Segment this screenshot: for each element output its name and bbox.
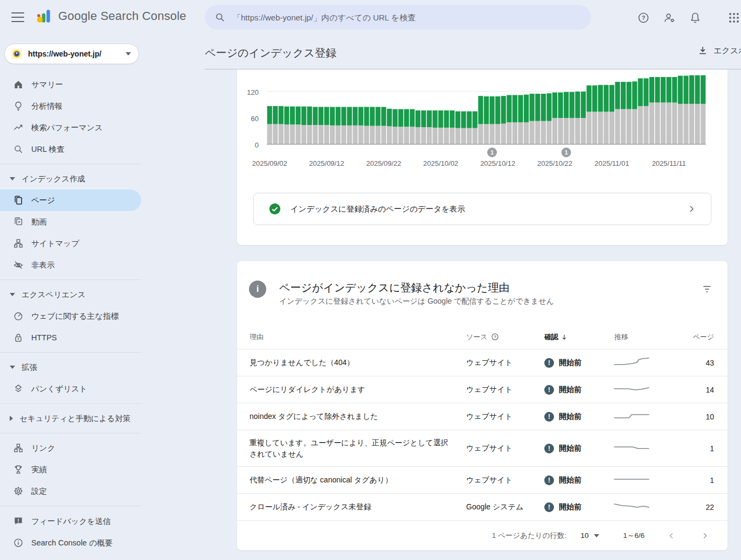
bar-not-indexed[interactable] xyxy=(495,124,500,144)
bar-indexed[interactable] xyxy=(279,106,283,124)
bar-indexed[interactable] xyxy=(393,109,398,127)
column-header-status[interactable]: 確認 xyxy=(544,332,614,342)
bar-indexed[interactable] xyxy=(661,77,666,102)
bar-indexed[interactable] xyxy=(632,81,637,109)
bar-indexed[interactable] xyxy=(484,96,489,124)
bar-indexed[interactable] xyxy=(290,107,295,124)
reason-row[interactable]: 見つかりませんでした（404）ウェブサイト!開始前43 xyxy=(237,349,728,376)
bar-not-indexed[interactable] xyxy=(524,122,529,144)
bar-indexed[interactable] xyxy=(478,96,483,124)
bar-indexed[interactable] xyxy=(284,107,289,124)
bar-indexed[interactable] xyxy=(575,92,580,118)
notifications-bell-icon[interactable] xyxy=(689,11,702,24)
sidebar-item-breadcrumbs[interactable]: パンくずリスト xyxy=(0,378,141,400)
bar-indexed[interactable] xyxy=(564,92,569,118)
bar-not-indexed[interactable] xyxy=(484,124,489,144)
sidebar-item-info[interactable]: Search Console の概要 xyxy=(0,532,141,554)
bar-not-indexed[interactable] xyxy=(683,104,688,144)
bar-indexed[interactable] xyxy=(643,79,648,106)
sidebar-item-gear[interactable]: 設定 xyxy=(0,480,141,502)
property-selector[interactable]: https://web-yonet.jp/ xyxy=(4,44,139,64)
bar-indexed[interactable] xyxy=(347,107,352,125)
bar-indexed[interactable] xyxy=(273,106,278,124)
bar-indexed[interactable] xyxy=(501,96,506,123)
page-indexing-stacked-bar-chart[interactable]: 2025/09/022025/09/122025/09/222025/10/02… xyxy=(267,69,706,172)
bar-not-indexed[interactable] xyxy=(341,125,346,144)
bar-not-indexed[interactable] xyxy=(330,125,335,144)
bar-not-indexed[interactable] xyxy=(701,104,705,144)
bar-indexed[interactable] xyxy=(701,75,705,104)
bar-not-indexed[interactable] xyxy=(307,125,312,144)
bar-indexed[interactable] xyxy=(330,107,335,125)
bar-indexed[interactable] xyxy=(336,107,341,125)
bar-not-indexed[interactable] xyxy=(324,125,329,144)
bar-indexed[interactable] xyxy=(307,107,312,125)
bar-indexed[interactable] xyxy=(558,93,563,118)
bar-not-indexed[interactable] xyxy=(552,118,557,144)
bar-not-indexed[interactable] xyxy=(301,125,306,144)
bar-indexed[interactable] xyxy=(296,107,301,124)
bar-indexed[interactable] xyxy=(513,95,517,123)
sidebar-item-trophy[interactable]: 実績 xyxy=(0,459,141,480)
bar-not-indexed[interactable] xyxy=(581,118,586,144)
bar-not-indexed[interactable] xyxy=(381,126,386,144)
bar-indexed[interactable] xyxy=(301,107,306,125)
bar-indexed[interactable] xyxy=(546,93,551,121)
bar-indexed[interactable] xyxy=(627,82,632,109)
bar-indexed[interactable] xyxy=(689,75,694,104)
next-page-button[interactable] xyxy=(698,529,711,542)
sidebar-section--[interactable]: インデックス作成 xyxy=(0,168,141,190)
bar-not-indexed[interactable] xyxy=(672,102,677,144)
filter-icon[interactable] xyxy=(702,284,712,295)
bar-indexed[interactable] xyxy=(467,111,472,128)
bar-indexed[interactable] xyxy=(433,110,438,128)
bar-indexed[interactable] xyxy=(530,94,535,121)
bar-not-indexed[interactable] xyxy=(279,124,283,144)
bar-indexed[interactable] xyxy=(410,109,414,127)
sidebar-item-lightbulb[interactable]: 分析情報 xyxy=(0,95,141,117)
sidebar-item-video[interactable]: 動画 xyxy=(0,211,141,233)
sidebar-item-vitals[interactable]: ウェブに関する主な指標 xyxy=(0,305,141,327)
bar-indexed[interactable] xyxy=(449,110,454,128)
sidebar-item-inspect[interactable]: URL 検査 xyxy=(0,138,141,160)
bar-indexed[interactable] xyxy=(376,107,380,126)
bar-not-indexed[interactable] xyxy=(473,128,477,144)
column-header-source[interactable]: ソース ? xyxy=(466,332,544,342)
bar-indexed[interactable] xyxy=(610,85,614,112)
bar-not-indexed[interactable] xyxy=(575,118,580,144)
bar-not-indexed[interactable] xyxy=(513,122,517,144)
bar-indexed[interactable] xyxy=(267,106,272,124)
bar-indexed[interactable] xyxy=(438,110,443,128)
sidebar-item-feedback[interactable]: フィードバックを送信 xyxy=(0,510,141,532)
sidebar-section--[interactable]: セキュリティと手動による対策 xyxy=(0,408,141,429)
bar-not-indexed[interactable] xyxy=(621,109,626,144)
bar-not-indexed[interactable] xyxy=(627,109,632,144)
reason-row[interactable]: ページにリダイレクトがありますウェブサイト!開始前14 xyxy=(237,376,728,403)
reason-row[interactable]: 代替ページ（適切な canonical タグあり）ウェブサイト!開始前1 xyxy=(237,467,728,494)
bar-not-indexed[interactable] xyxy=(649,102,654,144)
column-header-reason[interactable]: 理由 xyxy=(250,332,466,342)
bar-not-indexed[interactable] xyxy=(284,124,289,144)
bar-not-indexed[interactable] xyxy=(427,127,432,144)
reason-row[interactable]: クロール済み - インデックス未登録Google システム!開始前22 xyxy=(237,494,728,521)
bar-not-indexed[interactable] xyxy=(347,125,352,144)
bar-indexed[interactable] xyxy=(604,85,608,112)
bar-not-indexed[interactable] xyxy=(638,106,643,144)
help-icon[interactable]: ? xyxy=(637,11,650,24)
sidebar-item-links[interactable]: リンク xyxy=(0,437,141,459)
bar-indexed[interactable] xyxy=(489,96,494,124)
bar-not-indexed[interactable] xyxy=(336,125,341,144)
bar-not-indexed[interactable] xyxy=(438,128,443,144)
bar-not-indexed[interactable] xyxy=(501,124,506,144)
app-logo[interactable]: Google Search Console xyxy=(36,8,186,24)
bar-indexed[interactable] xyxy=(352,107,357,125)
bar-indexed[interactable] xyxy=(324,107,329,125)
bar-indexed[interactable] xyxy=(421,110,426,127)
bar-indexed[interactable] xyxy=(678,76,683,104)
bar-indexed[interactable] xyxy=(461,111,466,128)
bar-not-indexed[interactable] xyxy=(478,124,483,144)
bar-not-indexed[interactable] xyxy=(410,127,414,144)
bar-indexed[interactable] xyxy=(398,109,403,127)
bar-indexed[interactable] xyxy=(615,82,620,109)
bar-not-indexed[interactable] xyxy=(376,126,380,144)
